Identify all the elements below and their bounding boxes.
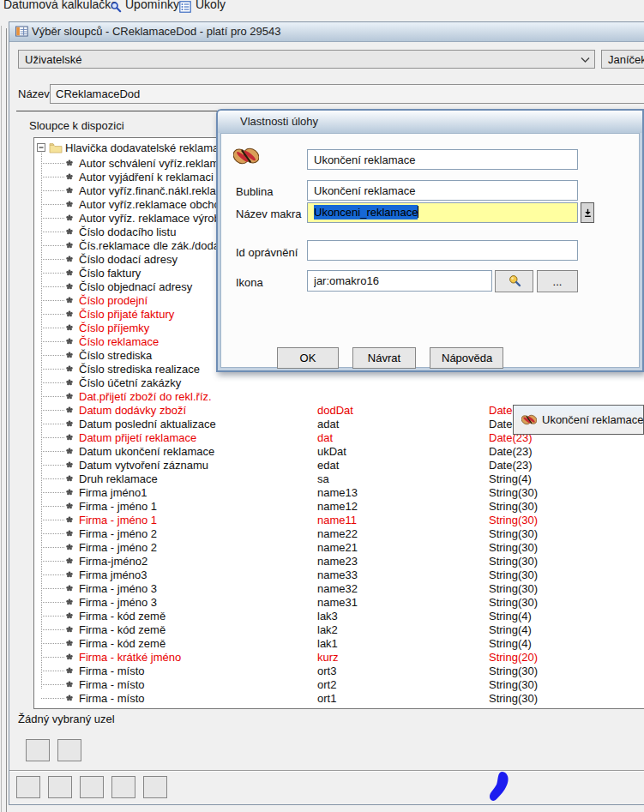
id-opravneni-input[interactable] bbox=[307, 240, 578, 261]
bublina-input[interactable] bbox=[307, 180, 578, 201]
napoveda-button[interactable]: Nápověda bbox=[430, 347, 503, 369]
table-row[interactable]: Firma - kód země lak1 String(4) bbox=[34, 636, 644, 650]
column-type: String(30) bbox=[489, 582, 538, 595]
menu-ukoly[interactable]: Úkoly bbox=[196, 0, 226, 11]
makro-label: Název makra bbox=[236, 208, 302, 220]
table-row[interactable]: Firma - jméno 2 name21 String(30) bbox=[34, 540, 644, 554]
button[interactable] bbox=[80, 776, 104, 798]
table-row[interactable]: Firma - místo ort3 String(30) bbox=[34, 664, 644, 677]
table-row[interactable]: Firma - kód země lak3 String(4) bbox=[34, 609, 644, 623]
table-row[interactable]: Firma - místo ort1 String(30) bbox=[34, 691, 644, 705]
table-row[interactable]: Firma - kód země lak2 String(4) bbox=[34, 623, 644, 636]
tree-root-label: Hlavička dodavatelské reklamace bbox=[65, 141, 231, 154]
column-label: Autor vyjádření k reklamaci bbox=[79, 171, 214, 183]
bullet-icon bbox=[66, 475, 73, 482]
tree-branch-line bbox=[41, 451, 64, 452]
ikona-search-button[interactable] bbox=[495, 270, 533, 292]
table-row[interactable]: Datum vytvoření záznamu edat Date(23) bbox=[34, 458, 644, 472]
columns-window-icon bbox=[15, 26, 28, 37]
bullet-icon bbox=[66, 365, 73, 372]
column-id: dodDat bbox=[317, 404, 353, 417]
button[interactable] bbox=[48, 776, 72, 798]
tree-branch-line bbox=[41, 369, 64, 370]
table-row[interactable]: Firma jméno1 name13 String(30) bbox=[34, 485, 644, 499]
column-label: Číslo dodacího listu bbox=[79, 226, 176, 238]
button[interactable] bbox=[16, 776, 40, 798]
column-label: Firma - kód země bbox=[79, 610, 166, 623]
app-toolbar: Datumová kalkulačka Upomínky Úkoly bbox=[0, 0, 644, 16]
task-tooltip: Ukončení reklamace bbox=[513, 405, 644, 435]
table-row[interactable]: Číslo účetní zakázky bbox=[34, 376, 644, 389]
table-row[interactable]: Firma jméno3 name33 String(30) bbox=[34, 568, 644, 581]
divider bbox=[9, 770, 644, 772]
bullet-icon bbox=[66, 187, 73, 194]
task-name-input[interactable] bbox=[307, 149, 578, 170]
table-row[interactable]: Firma - krátké jméno kurz String(20) bbox=[34, 650, 644, 664]
bullet-icon bbox=[66, 173, 73, 180]
window-titlebar[interactable]: Výběr sloupců - CReklamaceDod - platí pr… bbox=[9, 22, 644, 42]
tree-branch-line bbox=[41, 424, 64, 424]
button[interactable] bbox=[57, 739, 81, 761]
column-id: name21 bbox=[317, 541, 358, 554]
table-row[interactable]: Druh reklamace sa String(4) bbox=[34, 472, 644, 485]
dialog-titlebar[interactable]: Vlastnosti úlohy bbox=[218, 111, 642, 133]
ikona-input[interactable] bbox=[307, 270, 492, 292]
column-label: Datum přijetí reklamace bbox=[79, 431, 196, 444]
profile-combobox-value: Uživatelské bbox=[25, 53, 81, 66]
text-caret bbox=[418, 206, 418, 218]
name-input[interactable] bbox=[50, 84, 644, 104]
profile-combobox[interactable]: Uživatelské bbox=[18, 50, 595, 69]
bullet-icon bbox=[66, 283, 73, 290]
tree-branch-line bbox=[41, 465, 64, 466]
frame-edge-line bbox=[1, 26, 2, 812]
table-row[interactable]: Firma - jméno 3 name32 String(30) bbox=[34, 581, 644, 595]
column-type: String(30) bbox=[489, 486, 538, 499]
column-id: lak1 bbox=[317, 637, 338, 650]
butterfly-icon bbox=[233, 144, 259, 168]
column-label: Číslo objednací adresy bbox=[79, 280, 192, 293]
makro-dropdown-button[interactable] bbox=[581, 202, 594, 223]
tree-branch-line bbox=[41, 684, 64, 685]
column-label: Číslo strediska bbox=[79, 349, 152, 362]
column-label: Číslo strediska realizace bbox=[79, 363, 200, 376]
table-row[interactable]: Datum ukončení reklamace ukDat Date(23) bbox=[34, 444, 644, 458]
table-row[interactable]: Firma - jméno 3 name31 String(30) bbox=[34, 595, 644, 609]
collapse-expander-icon[interactable] bbox=[37, 143, 45, 152]
column-type: Date(23) bbox=[489, 445, 533, 458]
column-label: Dat.přijetí zboží do rekl.říz. bbox=[79, 390, 212, 403]
column-id: name13 bbox=[317, 486, 358, 499]
bullet-icon bbox=[66, 214, 73, 221]
column-label: Číslo přijaté faktury bbox=[79, 308, 174, 321]
menu-upominky[interactable]: Upomínky bbox=[125, 0, 179, 11]
column-id: name23 bbox=[317, 555, 358, 568]
ok-button[interactable]: OK bbox=[277, 347, 339, 369]
ikona-browse-button[interactable]: ... bbox=[537, 270, 578, 292]
navrat-button[interactable]: Návrat bbox=[352, 347, 416, 369]
column-id: lak3 bbox=[317, 610, 338, 623]
table-row[interactable]: Firma - místo ort2 String(30) bbox=[34, 677, 644, 691]
frame-edge-line bbox=[6, 28, 7, 812]
button[interactable] bbox=[26, 739, 50, 761]
column-label: Datum ukončení reklamace bbox=[79, 445, 214, 458]
tree-branch-line bbox=[41, 163, 64, 164]
tree-branch-line bbox=[41, 643, 64, 644]
column-type: Date(23) bbox=[489, 459, 533, 472]
table-row[interactable]: Firma - jméno 2 name22 String(30) bbox=[34, 526, 644, 540]
table-row[interactable]: Dat.přijetí zboží do rekl.říz. bbox=[34, 389, 644, 403]
table-row[interactable]: Firma - jméno 1 name11 String(30) bbox=[34, 513, 644, 526]
column-id: sa bbox=[317, 472, 329, 485]
bullet-icon bbox=[66, 626, 73, 633]
user-combobox[interactable]: Janíček Mi bbox=[601, 50, 644, 69]
button[interactable] bbox=[143, 776, 167, 798]
makro-input[interactable]: Ukonceni_reklamace bbox=[307, 202, 578, 223]
column-label: Autor vyříz. reklamace výroba bbox=[79, 212, 226, 225]
table-row[interactable]: Firma - jméno 1 name12 String(30) bbox=[34, 499, 644, 513]
column-type: String(4) bbox=[489, 610, 532, 623]
table-row[interactable]: Firma-jméno2 name23 String(30) bbox=[34, 554, 644, 568]
column-type: String(30) bbox=[489, 541, 538, 554]
menu-datumova-kalkulacka[interactable]: Datumová kalkulačka bbox=[3, 0, 117, 11]
bullet-icon bbox=[66, 448, 73, 454]
tree-branch-line bbox=[41, 273, 64, 274]
button[interactable] bbox=[111, 776, 135, 798]
pen-annotation-mark bbox=[489, 770, 513, 806]
